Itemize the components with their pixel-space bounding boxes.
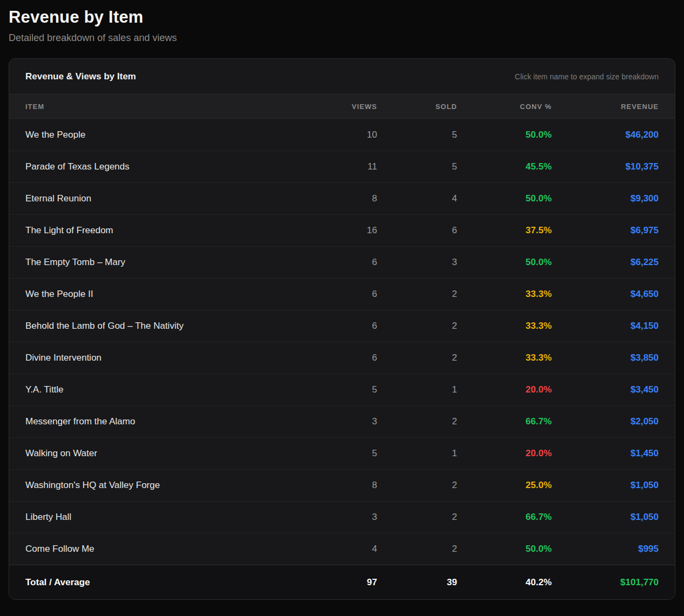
column-header-conv: CONV % <box>457 103 552 111</box>
item-name[interactable]: Messenger from the Alamo <box>25 416 296 427</box>
views-value: 3 <box>296 416 377 427</box>
item-name[interactable]: Washington's HQ at Valley Forge <box>25 480 296 491</box>
views-value: 11 <box>296 161 377 172</box>
sold-value: 2 <box>377 512 457 523</box>
views-value: 3 <box>296 512 377 523</box>
item-name[interactable]: The Light of Freedom <box>25 225 296 236</box>
conv-value: 20.0% <box>457 448 552 459</box>
revenue-value: $2,050 <box>552 416 659 427</box>
table-header-row: ITEM VIEWS SOLD CONV % REVENUE <box>9 94 675 119</box>
page-title: Revenue by Item <box>9 8 675 27</box>
conv-value: 37.5% <box>457 225 552 236</box>
conv-value: 66.7% <box>457 512 552 523</box>
column-header-revenue: REVENUE <box>552 103 659 111</box>
table-row: We the People II6233.3%$4,650 <box>9 278 675 310</box>
views-value: 4 <box>296 544 377 554</box>
sold-value: 5 <box>377 161 457 172</box>
sold-value: 2 <box>377 289 457 300</box>
revenue-value: $1,050 <box>552 480 659 491</box>
item-name[interactable]: Behold the Lamb of God – The Nativity <box>25 321 296 331</box>
table-row: Washington's HQ at Valley Forge8225.0%$1… <box>9 469 675 501</box>
table-row: Behold the Lamb of God – The Nativity623… <box>9 310 675 342</box>
total-conv: 40.2% <box>457 577 552 588</box>
column-header-item: ITEM <box>25 103 296 111</box>
total-label: Total / Average <box>25 577 296 588</box>
views-value: 6 <box>296 321 377 331</box>
views-value: 5 <box>296 384 377 395</box>
card-header: Revenue & Views by Item Click item name … <box>9 59 675 94</box>
conv-value: 45.5% <box>457 161 552 172</box>
sold-value: 2 <box>377 480 457 491</box>
revenue-value: $46,200 <box>552 130 659 140</box>
page: Revenue by Item Detailed breakdown of sa… <box>0 0 684 600</box>
conv-value: 50.0% <box>457 130 552 140</box>
sold-value: 1 <box>377 448 457 459</box>
item-name[interactable]: Eternal Reunion <box>25 193 296 204</box>
conv-value: 50.0% <box>457 257 552 268</box>
views-value: 8 <box>296 480 377 491</box>
sold-value: 1 <box>377 384 457 395</box>
table-row: The Empty Tomb – Mary6350.0%$6,225 <box>9 246 675 278</box>
sold-value: 6 <box>377 225 457 236</box>
table-row: We the People10550.0%$46,200 <box>9 119 675 151</box>
revenue-value: $995 <box>552 544 659 554</box>
sold-value: 2 <box>377 416 457 427</box>
conv-value: 33.3% <box>457 289 552 300</box>
item-name[interactable]: Y.A. Tittle <box>25 384 296 395</box>
card-hint: Click item name to expand size breakdown <box>515 72 659 81</box>
item-name[interactable]: We the People <box>25 130 296 140</box>
views-value: 8 <box>296 193 377 204</box>
views-value: 6 <box>296 353 377 363</box>
views-value: 6 <box>296 257 377 268</box>
table-row: Come Follow Me4250.0%$995 <box>9 533 675 565</box>
table-row: Walking on Water5120.0%$1,450 <box>9 437 675 469</box>
item-name[interactable]: Parade of Texas Legends <box>25 161 296 172</box>
views-value: 10 <box>296 130 377 140</box>
conv-value: 50.0% <box>457 544 552 554</box>
table-row: Liberty Hall3266.7%$1,050 <box>9 501 675 533</box>
sold-value: 2 <box>377 544 457 554</box>
revenue-value: $10,375 <box>552 161 659 172</box>
conv-value: 33.3% <box>457 353 552 363</box>
views-value: 5 <box>296 448 377 459</box>
revenue-views-card: Revenue & Views by Item Click item name … <box>9 58 675 600</box>
table-row: Divine Intervention6233.3%$3,850 <box>9 342 675 374</box>
table-row: Y.A. Tittle5120.0%$3,450 <box>9 374 675 405</box>
sold-value: 2 <box>377 353 457 363</box>
total-sold: 39 <box>377 577 457 588</box>
item-name[interactable]: Liberty Hall <box>25 512 296 523</box>
sold-value: 2 <box>377 321 457 331</box>
table-row: Eternal Reunion8450.0%$9,300 <box>9 182 675 214</box>
views-value: 6 <box>296 289 377 300</box>
table-row: Parade of Texas Legends11545.5%$10,375 <box>9 151 675 182</box>
revenue-value: $9,300 <box>552 193 659 204</box>
revenue-value: $4,150 <box>552 321 659 331</box>
views-value: 16 <box>296 225 377 236</box>
sold-value: 4 <box>377 193 457 204</box>
table-row: Messenger from the Alamo3266.7%$2,050 <box>9 405 675 437</box>
conv-value: 20.0% <box>457 384 552 395</box>
revenue-value: $4,650 <box>552 289 659 300</box>
table-row: The Light of Freedom16637.5%$6,975 <box>9 214 675 246</box>
item-name[interactable]: Come Follow Me <box>25 544 296 554</box>
total-revenue: $101,770 <box>552 577 659 588</box>
item-name[interactable]: We the People II <box>25 289 296 300</box>
revenue-value: $3,450 <box>552 384 659 395</box>
column-header-views: VIEWS <box>296 103 377 111</box>
total-views: 97 <box>296 577 377 588</box>
revenue-value: $3,850 <box>552 353 659 363</box>
revenue-value: $6,975 <box>552 225 659 236</box>
item-name[interactable]: The Empty Tomb – Mary <box>25 257 296 268</box>
table-body: We the People10550.0%$46,200Parade of Te… <box>9 119 675 565</box>
conv-value: 25.0% <box>457 480 552 491</box>
item-name[interactable]: Divine Intervention <box>25 353 296 363</box>
item-name[interactable]: Walking on Water <box>25 448 296 459</box>
revenue-value: $1,050 <box>552 512 659 523</box>
sold-value: 5 <box>377 130 457 140</box>
total-row: Total / Average 97 39 40.2% $101,770 <box>9 565 675 599</box>
conv-value: 33.3% <box>457 321 552 331</box>
revenue-value: $6,225 <box>552 257 659 268</box>
page-subtitle: Detailed breakdown of sales and views <box>9 32 675 44</box>
conv-value: 66.7% <box>457 416 552 427</box>
card-title: Revenue & Views by Item <box>25 71 136 82</box>
